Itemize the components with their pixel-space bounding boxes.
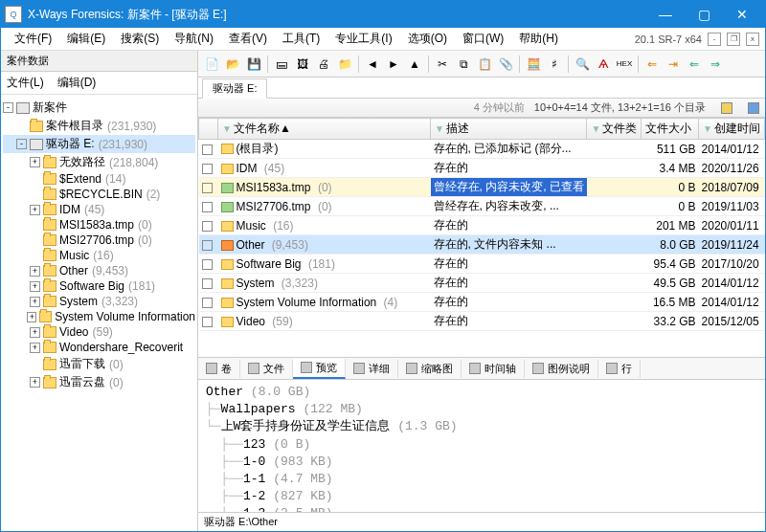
tree-expander[interactable]: + bbox=[30, 297, 40, 307]
tree-node[interactable]: 迅雷下载(0) bbox=[3, 355, 195, 373]
menu-nav[interactable]: 导航(N) bbox=[167, 29, 221, 49]
tree-node[interactable]: +IDM(45) bbox=[3, 202, 195, 217]
row-checkbox[interactable] bbox=[202, 240, 213, 251]
row-checkbox[interactable] bbox=[202, 278, 213, 289]
detail-tab[interactable]: 预览 bbox=[293, 359, 346, 379]
menu-help[interactable]: 帮助(H) bbox=[511, 29, 566, 49]
row-checkbox[interactable] bbox=[202, 202, 213, 212]
row-checkbox[interactable] bbox=[202, 317, 213, 327]
legend-blue-icon[interactable] bbox=[748, 102, 759, 114]
table-row[interactable]: MSI1583a.tmp (0)曾经存在, 内容未改变, 已查看0 B2018/… bbox=[199, 178, 765, 197]
cut-icon[interactable]: ✂ bbox=[433, 55, 452, 74]
case-menu-edit[interactable]: 编辑(D) bbox=[57, 75, 97, 91]
tree-expander[interactable]: + bbox=[30, 377, 40, 388]
folder-icon[interactable]: 📁 bbox=[335, 55, 354, 74]
table-row[interactable]: Music (16)存在的201 MB2020/01/11 bbox=[199, 216, 765, 235]
table-row[interactable]: (根目录) 存在的, 已添加标记 (部分...511 GB2014/01/12 bbox=[199, 140, 765, 159]
menu-options[interactable]: 选项(O) bbox=[400, 29, 455, 49]
table-row[interactable]: System (3,323)存在的49.5 GB2014/01/12 bbox=[199, 274, 765, 293]
hash-icon[interactable]: ♯ bbox=[545, 55, 564, 74]
print-icon[interactable]: 🖨 bbox=[314, 55, 333, 74]
col-check[interactable] bbox=[199, 119, 218, 140]
back-icon[interactable]: ◄ bbox=[363, 55, 382, 74]
arrow-right2-icon[interactable]: ⇒ bbox=[706, 55, 725, 74]
row-checkbox[interactable] bbox=[202, 164, 213, 174]
arrow-left2-icon[interactable]: ⇐ bbox=[685, 55, 704, 74]
detail-tab[interactable]: 时间轴 bbox=[462, 360, 525, 378]
case-tree[interactable]: -新案件案件根目录(231,930)-驱动器 E:(231,930)+无效路径(… bbox=[1, 95, 197, 531]
row-checkbox[interactable] bbox=[202, 221, 213, 232]
calc-icon[interactable]: 🧮 bbox=[524, 55, 543, 74]
tree-node[interactable]: MSI1583a.tmp(0) bbox=[3, 217, 195, 233]
case-menu-file[interactable]: 文件(L) bbox=[7, 75, 44, 91]
tree-node[interactable]: +迅雷云盘(0) bbox=[3, 373, 195, 391]
tree-expander[interactable]: + bbox=[30, 281, 40, 292]
legend-yellow-icon[interactable] bbox=[721, 102, 732, 114]
tree-node[interactable]: +Other(9,453) bbox=[3, 263, 195, 278]
save-icon[interactable]: 💾 bbox=[244, 55, 263, 74]
doc-minimize-button[interactable]: - bbox=[708, 33, 721, 46]
table-row[interactable]: Other (9,453)存在的, 文件内容未知 ...8.0 GB2019/1… bbox=[199, 235, 765, 255]
tree-expander[interactable]: + bbox=[30, 343, 40, 353]
binoculars-icon[interactable]: 🔍 bbox=[573, 55, 592, 74]
preview-pane[interactable]: Other (8.0 GB) ├─Wallpapers (122 MB) └─上… bbox=[198, 380, 765, 512]
row-checkbox[interactable] bbox=[202, 183, 213, 193]
file-list[interactable]: ▼文件名称▲ ▼描述 ▼文件类 文件大小 ▼创建时间 (根目录) 存在的, 已添… bbox=[198, 118, 765, 357]
maximize-button[interactable]: ▢ bbox=[685, 1, 723, 28]
menu-file[interactable]: 文件(F) bbox=[7, 29, 59, 49]
image-icon[interactable]: 🖼 bbox=[293, 55, 312, 74]
tree-node[interactable]: $RECYCLE.BIN(2) bbox=[3, 187, 195, 202]
menu-protools[interactable]: 专业工具(I) bbox=[327, 29, 399, 49]
close-button[interactable]: ✕ bbox=[723, 1, 761, 28]
detail-tab[interactable]: 图例说明 bbox=[525, 360, 598, 378]
menu-search[interactable]: 搜索(S) bbox=[113, 29, 167, 49]
menu-tools[interactable]: 工具(T) bbox=[275, 29, 327, 49]
detail-tab[interactable]: 行 bbox=[598, 360, 641, 378]
tree-node[interactable]: +无效路径(218,804) bbox=[3, 153, 195, 171]
table-row[interactable]: Software Big (181)存在的95.4 GB2017/10/20 bbox=[199, 255, 765, 274]
forward-icon[interactable]: ► bbox=[384, 55, 403, 74]
row-checkbox[interactable] bbox=[202, 298, 213, 308]
tree-expander[interactable]: + bbox=[27, 312, 36, 322]
col-ext[interactable]: ▼文件类 bbox=[587, 119, 642, 140]
col-size[interactable]: 文件大小 bbox=[642, 119, 699, 140]
open-icon[interactable]: 📂 bbox=[223, 55, 242, 74]
hex-icon[interactable]: HEX bbox=[615, 55, 634, 74]
tree-node[interactable]: +Wondershare_Recoverit bbox=[3, 340, 195, 355]
tree-expander[interactable]: + bbox=[30, 157, 40, 167]
paste-icon[interactable]: 📋 bbox=[475, 55, 494, 74]
minimize-button[interactable]: — bbox=[646, 1, 685, 28]
col-name[interactable]: ▼文件名称▲ bbox=[218, 119, 431, 140]
table-row[interactable]: System Volume Information (4)存在的16.5 MB2… bbox=[199, 293, 765, 312]
menu-edit[interactable]: 编辑(E) bbox=[59, 29, 113, 49]
tree-node[interactable]: Music(16) bbox=[3, 248, 195, 263]
tree-node[interactable]: +Video(59) bbox=[3, 324, 195, 340]
find-icon[interactable]: Ѧ bbox=[594, 55, 613, 74]
col-desc[interactable]: ▼描述 bbox=[431, 119, 587, 140]
tree-node[interactable]: +Software Big(181) bbox=[3, 278, 195, 294]
tree-expander[interactable]: - bbox=[16, 139, 27, 149]
tree-node[interactable]: 案件根目录(231,930) bbox=[3, 117, 195, 135]
detail-tab[interactable]: 文件 bbox=[240, 360, 293, 378]
tree-node[interactable]: MSI27706.tmp(0) bbox=[3, 233, 195, 248]
tree-expander[interactable]: - bbox=[3, 102, 13, 113]
tree-node[interactable]: +System(3,323) bbox=[3, 294, 195, 309]
table-row[interactable]: Video (59)存在的33.2 GB2015/12/05 bbox=[199, 312, 765, 331]
up-icon[interactable]: ▲ bbox=[405, 55, 424, 74]
detail-tab[interactable]: 缩略图 bbox=[398, 360, 462, 378]
menu-window[interactable]: 窗口(W) bbox=[455, 29, 511, 49]
col-ctime[interactable]: ▼创建时间 bbox=[699, 119, 765, 140]
tree-node[interactable]: $Extend(14) bbox=[3, 171, 195, 187]
table-row[interactable]: IDM (45)存在的3.4 MB2020/11/26 bbox=[199, 159, 765, 178]
drive-icon[interactable]: 🖴 bbox=[272, 55, 291, 74]
tree-expander[interactable]: + bbox=[30, 266, 40, 277]
tree-node[interactable]: -驱动器 E:(231,930) bbox=[3, 135, 195, 153]
detail-tab[interactable]: 详细 bbox=[346, 360, 398, 378]
tree-expander[interactable]: + bbox=[30, 327, 40, 338]
clip-icon[interactable]: 📎 bbox=[496, 55, 515, 74]
new-icon[interactable]: 📄 bbox=[202, 55, 221, 74]
table-row[interactable]: MSI27706.tmp (0)曾经存在, 内容未改变, ...0 B2019/… bbox=[199, 197, 765, 216]
doc-close-button[interactable]: x bbox=[746, 33, 759, 46]
tab-drive-e[interactable]: 驱动器 E: bbox=[202, 78, 267, 99]
row-checkbox[interactable] bbox=[202, 259, 213, 270]
